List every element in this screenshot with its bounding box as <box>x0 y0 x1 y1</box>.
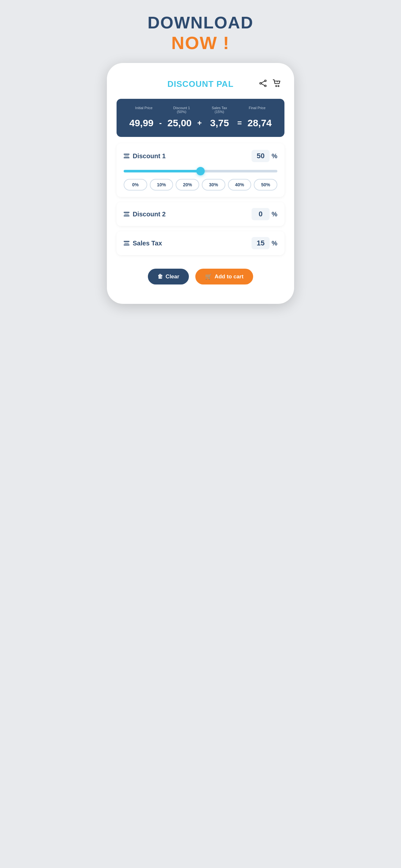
discount2-title: Discount 2 <box>124 211 166 218</box>
page-header: DOWNLOAD NOW ! <box>148 13 253 53</box>
sales-tax-section: Sales Tax 15 % <box>117 231 284 255</box>
discount1-label: Discount 1 <box>133 152 166 160</box>
initial-price-value: 49,99 <box>125 118 158 128</box>
share-icon[interactable] <box>259 80 267 89</box>
discount2-value[interactable]: 0 <box>251 208 270 220</box>
price-labels: Initial Price Discount 1(50%) Sales Tax(… <box>125 106 276 114</box>
discount2-label: Discount 2 <box>133 211 166 218</box>
title-line2: NOW ! <box>148 32 253 53</box>
discount-price-value: 25,00 <box>163 118 196 128</box>
filter-icon-2 <box>124 212 129 216</box>
discount1-value[interactable]: 50 <box>251 150 270 162</box>
clear-icon: 🗑 <box>158 274 163 280</box>
sales-tax-title: Sales Tax <box>124 240 162 247</box>
discount1-slider[interactable] <box>124 170 277 173</box>
bottom-buttons: 🗑 Clear 🛒 Add to cart <box>107 264 294 284</box>
minus-operator: - <box>158 119 163 128</box>
equals-operator: = <box>236 119 243 128</box>
preset-40[interactable]: 40% <box>228 179 251 190</box>
title-line1: DOWNLOAD <box>148 13 253 32</box>
controls-area: Discount 1 50 % 0% 10% 20% 30% 40% 50% <box>107 137 294 264</box>
header-icons: 0 <box>259 80 281 89</box>
sales-tax-label: Sales Tax <box>133 240 162 247</box>
discount1-title: Discount 1 <box>124 152 166 160</box>
preset-20[interactable]: 20% <box>176 179 199 190</box>
discount2-section: Discount 2 0 % <box>117 202 284 226</box>
svg-point-1 <box>265 85 266 87</box>
discount2-percent: % <box>272 211 277 218</box>
svg-line-3 <box>261 81 265 83</box>
cart-icon[interactable]: 0 <box>273 80 281 89</box>
preset-10[interactable]: 10% <box>150 179 174 190</box>
svg-point-0 <box>265 80 266 82</box>
phone-frame: DISCOUNT PAL 0 <box>107 63 294 304</box>
sales-tax-value-box: 15 % <box>251 237 277 249</box>
label-discount1: Discount 1(50%) <box>163 106 201 114</box>
svg-point-6 <box>278 85 279 87</box>
preset-0[interactable]: 0% <box>124 179 147 190</box>
preset-buttons: 0% 10% 20% 30% 40% 50% <box>124 179 277 190</box>
discount1-percent: % <box>272 152 277 160</box>
clear-button[interactable]: 🗑 Clear <box>148 269 189 284</box>
sales-tax-value[interactable]: 15 <box>251 237 270 249</box>
preset-50[interactable]: 50% <box>254 179 277 190</box>
label-initial: Initial Price <box>125 106 163 114</box>
label-final: Final Price <box>238 106 276 114</box>
filter-icon-3 <box>124 241 129 245</box>
preset-30[interactable]: 30% <box>202 179 225 190</box>
price-row: 49,99 - 25,00 + 3,75 = 28,74 <box>125 118 276 128</box>
price-card: Initial Price Discount 1(50%) Sales Tax(… <box>117 99 284 137</box>
final-price-value: 28,74 <box>243 118 276 128</box>
plus-operator: + <box>196 119 203 128</box>
filter-icon-1 <box>124 154 129 158</box>
discount1-section: Discount 1 50 % 0% 10% 20% 30% 40% 50% <box>117 144 284 197</box>
tax-price-value: 3,75 <box>203 118 236 128</box>
add-cart-icon: 🛒 <box>205 273 212 280</box>
svg-point-5 <box>276 85 277 87</box>
label-tax: Sales Tax(15%) <box>201 106 238 114</box>
app-title: DISCOUNT PAL <box>167 79 234 89</box>
svg-point-2 <box>260 82 261 84</box>
discount1-header: Discount 1 50 % <box>124 150 277 162</box>
app-header: DISCOUNT PAL 0 <box>107 79 294 99</box>
add-cart-label: Add to cart <box>214 274 243 280</box>
svg-line-4 <box>261 84 265 86</box>
sales-tax-percent: % <box>272 240 277 247</box>
clear-label: Clear <box>166 274 180 280</box>
discount1-slider-container[interactable] <box>124 168 277 174</box>
svg-text:0: 0 <box>277 81 278 83</box>
discount1-value-box: 50 % <box>251 150 277 162</box>
discount2-value-box: 0 % <box>251 208 277 220</box>
add-to-cart-button[interactable]: 🛒 Add to cart <box>195 269 253 284</box>
